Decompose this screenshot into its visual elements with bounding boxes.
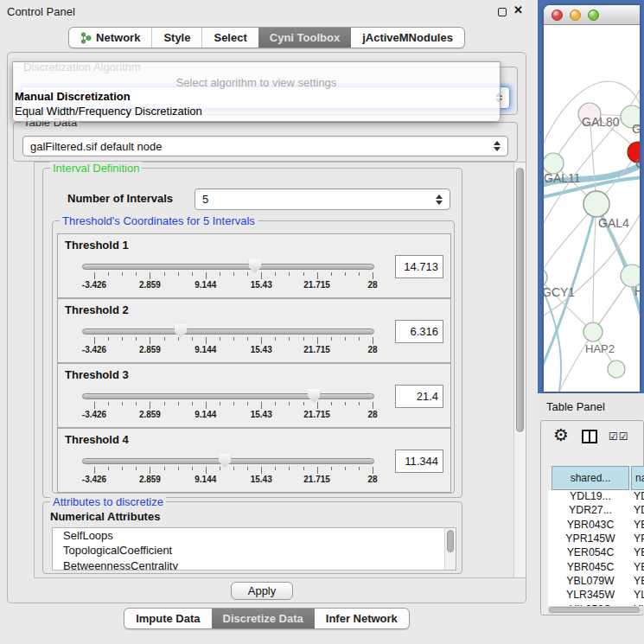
number-of-intervals-combobox[interactable]: 5 (194, 188, 450, 210)
group-label: Interval Definition (50, 162, 142, 175)
slider-handle[interactable] (219, 454, 232, 468)
attributes-list: SelfLoops TopologicalCoefficient Between… (52, 527, 456, 571)
threshold-label: Threshold 1 (65, 239, 129, 252)
network-canvas[interactable]: GAL80 GA C GAL11 GAL4 GCY1 H HAP2 (544, 25, 640, 392)
slider-track[interactable] (82, 328, 374, 335)
split-table-icon[interactable] (582, 430, 597, 443)
table-panel: ⚙ ☑☑ shared... name YDL19...YDL1 YDR27..… (540, 420, 644, 615)
bottom-tab-bar: Impute Data Discretize Data Infer Networ… (0, 608, 533, 629)
node-label: GAL11 (544, 171, 581, 185)
table-row[interactable]: YPR145WYPR1 (548, 532, 644, 546)
list-item[interactable]: BetweennessCentrality (53, 558, 456, 571)
thresholds-group: Threshold's Coordinates for 5 Intervals … (52, 220, 455, 494)
threshold-3-panel: Threshold 3 -3.4262.8599.14415.4321.7152… (57, 363, 451, 428)
table-row[interactable]: YBL079WYBL0 (548, 575, 644, 589)
threshold-value-field[interactable] (395, 385, 443, 408)
slider-ticks: -3.4262.8599.14415.4321.71528 (94, 272, 373, 280)
threshold-2-panel: Threshold 2 -3.4262.8599.14415.4321.7152… (57, 298, 451, 363)
node-bottom[interactable] (608, 360, 625, 378)
mac-close-button[interactable] (552, 10, 563, 21)
threshold-label: Threshold 4 (65, 433, 129, 446)
node-label: GAL80 (582, 115, 620, 129)
dropdown-hint: Select algorithm to view settings (13, 76, 500, 89)
numerical-attributes-label: Numerical Attributes (50, 510, 160, 523)
slider-track[interactable] (82, 393, 374, 399)
stepper-icon (436, 194, 443, 205)
node-label: GCY1 (544, 285, 575, 299)
slider-handle[interactable] (174, 324, 187, 338)
list-item[interactable]: SelfLoops (53, 528, 456, 543)
dropdown-option-equal-width[interactable]: Equal Width/Frequency Discretization (15, 105, 202, 118)
mac-minimize-button[interactable] (570, 10, 581, 21)
table-data-combobox[interactable]: galFiltered.sif default node (22, 136, 508, 156)
panel-title: Control Panel (7, 5, 75, 18)
network-window-titlebar[interactable] (544, 5, 640, 25)
tab-cyni-toolbox[interactable]: Cyni Toolbox (258, 28, 351, 48)
right-area: GAL80 GA C GAL11 GAL4 GCY1 H HAP2 Table … (533, 0, 644, 644)
node-label: GA (632, 122, 640, 136)
stepper-icon (494, 141, 501, 151)
node-label: HAP2 (585, 342, 615, 355)
threshold-value-field[interactable] (395, 255, 443, 278)
attributes-group: Attributes to discretize Numerical Attri… (42, 501, 462, 574)
node-label: GAL4 (598, 216, 629, 230)
scrollbar-thumb[interactable] (447, 530, 454, 552)
float-window-icon[interactable] (498, 8, 507, 16)
network-view-window: GAL80 GA C GAL11 GAL4 GCY1 H HAP2 (544, 5, 640, 392)
table-row[interactable]: YDL19...YDL1 (548, 490, 644, 504)
list-item[interactable]: TopologicalCoefficient (53, 543, 456, 558)
vertical-scrollbar[interactable] (513, 163, 526, 577)
threshold-label: Threshold 3 (65, 368, 129, 381)
tab-network[interactable]: Network (69, 28, 151, 48)
node-gcy1[interactable] (544, 268, 547, 287)
tab-impute-data[interactable]: Impute Data (124, 609, 211, 628)
list-vertical-scrollbar[interactable] (444, 528, 456, 570)
table-row[interactable]: YER054CYER0 (548, 546, 644, 560)
table-row[interactable]: YBR045CYBR0 (548, 561, 644, 575)
node-gal4[interactable] (583, 191, 609, 217)
scrollbar-thumb[interactable] (549, 607, 640, 613)
horizontal-scrollbar[interactable] (548, 606, 644, 614)
table-panel-title: Table Panel (546, 400, 605, 413)
slider-ticks: -3.4262.8599.14415.4321.71528 (94, 402, 373, 410)
tab-style[interactable]: Style (151, 28, 201, 48)
node-label: C (635, 156, 640, 170)
slider-ticks: -3.4262.8599.14415.4321.71528 (94, 467, 373, 475)
close-icon[interactable]: ✕ (513, 3, 523, 16)
tab-discretize-data[interactable]: Discretize Data (212, 609, 315, 628)
slider-ticks: -3.4262.8599.14415.4321.71528 (94, 337, 373, 345)
table-panel-header: Table Panel (533, 393, 644, 420)
combobox-value: 5 (202, 193, 208, 206)
threshold-label: Threshold 2 (65, 303, 129, 316)
table-row[interactable]: YDR27...YDR2 (548, 504, 644, 518)
gear-icon[interactable]: ⚙ (553, 424, 569, 445)
control-panel: Control Panel ✕ Network Style Select Cyn… (0, 0, 533, 644)
checkbox-icons[interactable]: ☑☑ (609, 430, 629, 443)
table-row[interactable]: YLR345WYLR3 (548, 589, 644, 603)
tab-infer-network[interactable]: Infer Network (315, 609, 409, 628)
table-data-group: Table Data galFiltered.sif default node (13, 122, 518, 162)
mac-zoom-button[interactable] (588, 10, 599, 21)
tab-label: Network (96, 28, 140, 48)
column-header-name[interactable]: name (631, 466, 644, 490)
top-tab-bar: Network Style Select Cyni Toolbox jActiv… (0, 27, 533, 48)
slider-track[interactable] (82, 264, 374, 270)
group-label: Attributes to discretize (50, 495, 166, 508)
node-hap2[interactable] (583, 322, 603, 341)
slider-handle[interactable] (248, 259, 261, 273)
scrollbar-thumb[interactable] (516, 168, 524, 432)
group-label: Threshold's Coordinates for 5 Intervals (60, 214, 258, 227)
number-of-intervals-label: Number of Intervals (67, 192, 173, 205)
threshold-value-field[interactable] (395, 450, 443, 473)
tab-select[interactable]: Select (201, 28, 258, 48)
column-header-shared[interactable]: shared... (552, 466, 629, 490)
slider-handle[interactable] (308, 389, 321, 403)
table-row[interactable]: YBR043CYBR0 (548, 519, 644, 532)
table-body: YDL19...YDL1 YDR27...YDR2 YBR043CYBR0 YP… (548, 490, 644, 606)
dropdown-option-manual-discretization[interactable]: Manual Discretization (15, 90, 131, 103)
threshold-value-field[interactable] (395, 320, 443, 343)
settings-scroll-pane: Interval Definition Number of Intervals … (34, 162, 526, 578)
apply-button[interactable]: Apply (231, 582, 293, 600)
threshold-4-panel: Threshold 4 -3.4262.8599.14415.4321.7152… (57, 428, 451, 493)
tab-jactivemnodules[interactable]: jActiveMNodules (351, 28, 464, 48)
